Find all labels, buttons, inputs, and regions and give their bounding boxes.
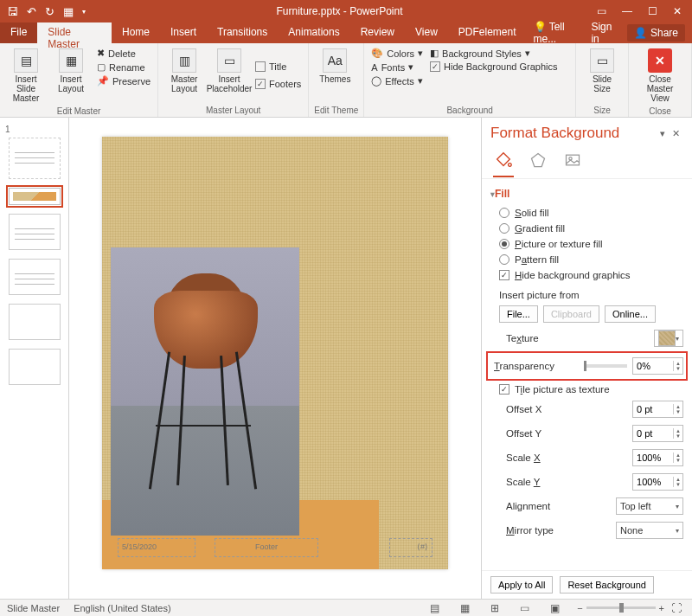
picture-fill-radio[interactable]: Picture or texture fill <box>490 236 683 252</box>
reading-view-icon[interactable]: ▭ <box>516 602 533 614</box>
pane-close-icon[interactable]: ✕ <box>669 128 683 139</box>
ribbon-options-icon[interactable]: ▭ <box>597 5 606 17</box>
close-icon[interactable]: ✕ <box>673 5 682 17</box>
layout-thumbnail[interactable] <box>9 214 61 250</box>
tab-transitions[interactable]: Transitions <box>207 22 278 43</box>
normal-view-icon[interactable]: ▦ <box>457 602 473 614</box>
fill-section-header[interactable]: Fill <box>490 184 683 205</box>
undo-icon[interactable]: ↶ <box>27 5 36 18</box>
master-layout-button[interactable]: ▥Master Layout <box>163 47 205 104</box>
window-title: Furniture.pptx - PowerPoint <box>93 5 586 17</box>
transparency-spinner[interactable]: ▲▼ <box>632 357 683 375</box>
title-checkbox[interactable]: Title <box>253 61 303 73</box>
gradient-fill-radio[interactable]: Gradient fill <box>490 221 683 236</box>
slide[interactable]: 5/15/2020 Footer <box>102 137 448 569</box>
insert-placeholder-button[interactable]: ▭Insert Placeholder <box>208 47 250 104</box>
group-size: ▭Slide Size Size <box>576 43 629 117</box>
zoom-out-icon[interactable]: − <box>577 603 582 613</box>
tab-home[interactable]: Home <box>112 22 160 43</box>
status-language[interactable]: English (United States) <box>74 603 171 613</box>
chair-image[interactable] <box>111 247 299 536</box>
scale-x-spinner[interactable]: ▲▼ <box>632 449 683 466</box>
master-thumbnail[interactable] <box>9 138 61 179</box>
layout-thumbnail[interactable] <box>9 349 61 385</box>
effects-icon: ◯ <box>371 75 381 87</box>
tab-file[interactable]: File <box>0 22 37 43</box>
rename-button[interactable]: ▢Rename <box>95 61 152 74</box>
footers-checkbox[interactable]: Footers <box>253 78 303 90</box>
online-button[interactable]: Online... <box>605 305 656 323</box>
slide-size-button[interactable]: ▭Slide Size <box>581 47 623 104</box>
transparency-slider[interactable] <box>584 364 627 368</box>
effects-tab-icon[interactable] <box>527 149 549 171</box>
pane-options-icon[interactable]: ▾ <box>657 128 669 139</box>
fill-tab-icon[interactable] <box>492 149 515 171</box>
slide-canvas[interactable]: 5/15/2020 Footer <box>69 118 481 599</box>
slide-number-placeholder[interactable] <box>389 538 432 557</box>
tab-review[interactable]: Review <box>350 22 405 43</box>
delete-button[interactable]: ✖Delete <box>95 47 152 60</box>
colors-button[interactable]: 🎨Colors ▾ <box>369 47 425 60</box>
svg-rect-1 <box>567 155 580 165</box>
qat-dropdown-icon[interactable]: ▾ <box>82 8 86 16</box>
sign-in-link[interactable]: Sign in <box>591 21 618 45</box>
effects-button[interactable]: ◯Effects ▾ <box>369 74 425 87</box>
preserve-button[interactable]: 📌Preserve <box>95 74 152 87</box>
fit-window-icon[interactable]: ⛶ <box>668 602 685 614</box>
tab-slide-master[interactable]: Slide Master <box>37 22 112 43</box>
layout-thumbnail[interactable] <box>9 259 61 295</box>
start-slideshow-icon[interactable]: ▦ <box>63 5 74 18</box>
tab-insert[interactable]: Insert <box>160 22 207 43</box>
apply-to-all-button[interactable]: Apply to All <box>490 576 553 594</box>
minimize-icon[interactable]: — <box>622 5 632 17</box>
share-icon: 👤 <box>634 27 647 39</box>
zoom-slider[interactable] <box>586 606 656 609</box>
file-button[interactable]: File... <box>499 305 538 323</box>
mirror-select[interactable]: None▾ <box>616 522 683 539</box>
tab-animations[interactable]: Animations <box>278 22 349 43</box>
tell-me-search[interactable]: 💡 Tell me... <box>534 21 583 45</box>
placeholder-icon: ▭ <box>217 48 241 73</box>
share-button[interactable]: 👤Share <box>627 24 685 42</box>
fonts-button[interactable]: AFonts ▾ <box>369 61 425 74</box>
tile-picture-check[interactable]: Tile picture as texture <box>490 382 683 397</box>
texture-picker[interactable]: ▾ <box>654 330 683 347</box>
zoom-in-icon[interactable]: + <box>659 603 664 613</box>
layout-thumbnail[interactable] <box>9 304 61 340</box>
close-master-view-button[interactable]: ✕Close Master View <box>634 47 686 105</box>
hide-bg-graphics-checkbox[interactable]: Hide Background Graphics <box>428 61 559 73</box>
alignment-select[interactable]: Top left▾ <box>616 497 683 515</box>
save-icon[interactable]: 🖫 <box>7 5 18 18</box>
tab-pdfelement[interactable]: PDFelement <box>448 22 527 43</box>
solid-fill-radio[interactable]: Solid fill <box>490 205 683 221</box>
themes-icon: Aa <box>323 48 347 73</box>
background-styles-button[interactable]: ◧Background Styles ▾ <box>428 47 559 60</box>
mirror-label: Mirror type <box>506 525 611 536</box>
offset-y-spinner[interactable]: ▲▼ <box>632 425 683 442</box>
footer-placeholder[interactable]: Footer <box>215 538 318 557</box>
pane-title: Format Background <box>490 125 657 142</box>
close-master-icon: ✕ <box>648 48 672 73</box>
layout-thumbnail[interactable] <box>9 188 61 205</box>
slideshow-view-icon[interactable]: ▣ <box>547 602 563 614</box>
pattern-fill-radio[interactable]: Pattern fill <box>490 252 683 267</box>
scale-x-label: Scale X <box>506 452 627 463</box>
insert-layout-button[interactable]: ▦Insert Layout <box>50 47 92 105</box>
scale-y-spinner[interactable]: ▲▼ <box>632 473 683 491</box>
maximize-icon[interactable]: ☐ <box>648 5 657 17</box>
picture-tab-icon[interactable] <box>561 149 584 171</box>
group-background: 🎨Colors ▾ AFonts ▾ ◯Effects ▾ ◧Backgroun… <box>364 43 576 117</box>
redo-icon[interactable]: ↻ <box>45 5 54 18</box>
colors-icon: 🎨 <box>371 48 383 59</box>
hide-bg-graphics-check[interactable]: Hide background graphics <box>490 267 683 283</box>
notes-icon[interactable]: ▤ <box>426 602 443 614</box>
tab-view[interactable]: View <box>405 22 448 43</box>
sorter-view-icon[interactable]: ⊞ <box>487 602 503 614</box>
insert-slide-master-button[interactable]: ▤Insert Slide Master <box>5 47 47 105</box>
themes-button[interactable]: AaThemes <box>314 47 356 104</box>
date-placeholder[interactable]: 5/15/2020 <box>118 538 195 557</box>
reset-background-button[interactable]: Reset Background <box>560 576 654 594</box>
group-master-layout: ▥Master Layout ▭Insert Placeholder Title… <box>158 43 309 117</box>
zoom-control[interactable]: − + ⛶ <box>577 602 685 614</box>
offset-x-spinner[interactable]: ▲▼ <box>632 401 683 418</box>
